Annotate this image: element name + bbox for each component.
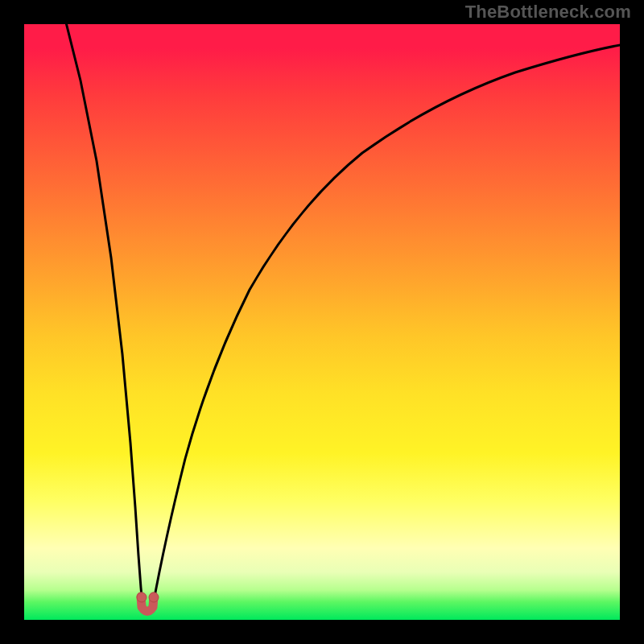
bottleneck-curve-right bbox=[153, 44, 620, 605]
minimum-dot-left bbox=[137, 592, 147, 602]
watermark-text: TheBottleneck.com bbox=[465, 2, 631, 23]
curve-layer bbox=[24, 24, 620, 620]
plot-area bbox=[24, 24, 620, 620]
minimum-dot-right bbox=[149, 592, 159, 602]
chart-frame: TheBottleneck.com bbox=[0, 0, 644, 644]
bottleneck-curve-left bbox=[64, 24, 142, 605]
